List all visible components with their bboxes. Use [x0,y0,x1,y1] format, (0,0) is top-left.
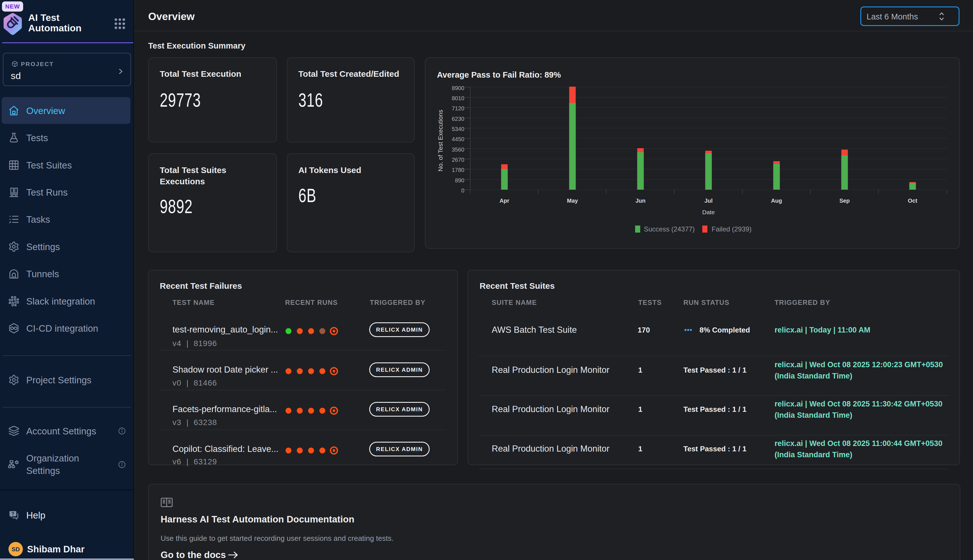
svg-text:3560: 3560 [452,147,465,153]
svg-text:5340: 5340 [452,126,465,132]
svg-text:Success (24377): Success (24377) [644,225,695,233]
svg-text:Date: Date [702,209,715,215]
svg-text:890: 890 [455,177,464,183]
svg-text:4450: 4450 [452,136,465,142]
svg-text:Oct: Oct [908,198,917,204]
svg-text:0: 0 [461,187,464,193]
svg-text:Aug: Aug [771,198,782,204]
svg-text:May: May [567,198,578,204]
svg-text:Sep: Sep [840,198,850,204]
svg-text:?: ? [12,512,14,516]
svg-text:No. of Test Executions: No. of Test Executions [437,110,444,172]
svg-text:2670: 2670 [452,157,465,163]
svg-text:Apr: Apr [500,198,510,204]
svg-text:7120: 7120 [452,105,465,112]
svg-text:Jul: Jul [705,198,713,204]
svg-text:1780: 1780 [452,167,465,173]
svg-text:Failed (2939): Failed (2939) [711,225,751,233]
svg-text:8010: 8010 [452,95,465,101]
svg-text:8900: 8900 [452,85,465,91]
svg-text:6230: 6230 [452,116,465,122]
svg-text:Jun: Jun [635,198,646,204]
